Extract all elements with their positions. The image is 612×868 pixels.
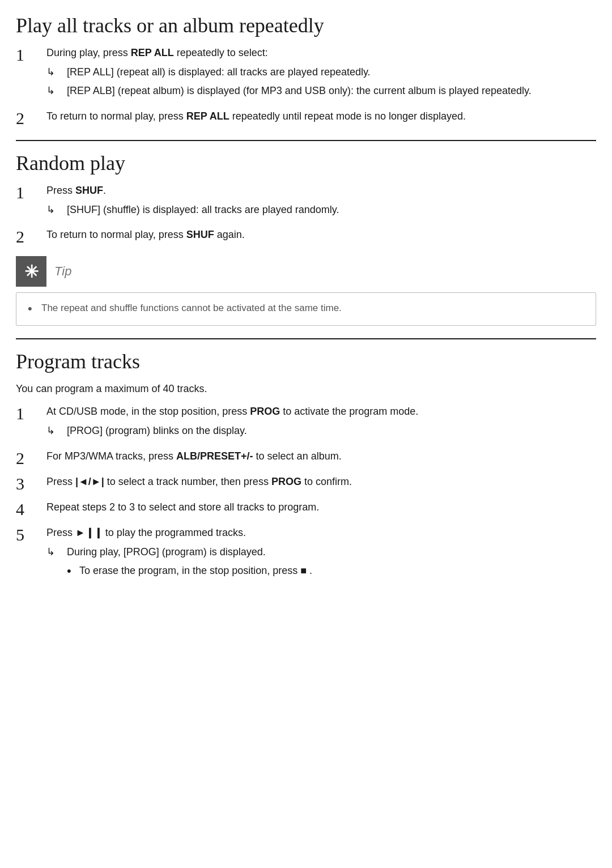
star-icon: ✳ <box>24 262 39 282</box>
step-text-after: repeatedly until repeat mode is no longe… <box>230 110 466 122</box>
step-text-middle: to select a track number, then press <box>104 476 271 487</box>
step-text-before: Press <box>46 185 75 196</box>
step-text-bold: SHUF <box>75 185 103 196</box>
arrow-list: ↳ [SHUF] (shuffle) is displayed: all tra… <box>46 202 596 218</box>
section-program-tracks: Program tracks You can program a maximum… <box>16 350 596 579</box>
step-number: 4 <box>16 500 46 518</box>
step-text-before: For MP3/WMA tracks, press <box>46 450 176 462</box>
arrow-text: [SHUF] (shuffle) is displayed: all track… <box>67 202 596 218</box>
step-content: Press |◄/►| to select a track number, th… <box>46 474 596 490</box>
tip-label: Tip <box>54 264 71 279</box>
step-text-bold: ALB/PRESET+/- <box>176 450 253 462</box>
list-item: ↳ [REP ALL] (repeat all) is displayed: a… <box>46 65 596 80</box>
section2-title: Random play <box>16 151 596 175</box>
arrow-text: [REP ALB] (repeat album) is displayed (f… <box>67 83 596 99</box>
section3-steps: 1 At CD/USB mode, in the stop position, … <box>16 404 596 579</box>
step-text-bold: PROG <box>250 406 280 417</box>
step-content: To return to normal play, press REP ALL … <box>46 109 596 125</box>
step-number: 2 <box>16 449 46 467</box>
step-text-before: Press <box>46 527 75 538</box>
arrow-text: [REP ALL] (repeat all) is displayed: all… <box>67 65 596 80</box>
arrow-text: [PROG] (program) blinks on the display. <box>67 423 596 439</box>
step-text-bold2: PROG <box>271 476 301 487</box>
bullet-symbol: • <box>67 563 79 580</box>
step-text-after: again. <box>214 229 245 240</box>
step-content: Press SHUF. ↳ [SHUF] (shuffle) is displa… <box>46 183 596 221</box>
list-item: 3 Press |◄/►| to select a track number, … <box>16 474 596 493</box>
section3-subtitle: You can program a maximum of 40 tracks. <box>16 381 596 397</box>
step-content: Press ►❙❙ to play the programmed tracks.… <box>46 525 596 579</box>
list-item: • The repeat and shuffle functions canno… <box>28 301 584 317</box>
step-text-before: To return to normal play, press <box>46 229 186 240</box>
list-item: ↳ [REP ALB] (repeat album) is displayed … <box>46 83 596 99</box>
arrow-list: ↳ [REP ALL] (repeat all) is displayed: a… <box>46 65 596 99</box>
step-text-before: Press <box>46 476 75 487</box>
note-bullet-list: • To erase the program, in the stop posi… <box>67 563 596 580</box>
step-text-bold: REP ALL <box>131 47 174 58</box>
list-item: 1 Press SHUF. ↳ [SHUF] (shuffle) is disp… <box>16 183 596 221</box>
list-item: 1 During play, press REP ALL repeatedly … <box>16 45 596 102</box>
arrow-symbol: ↳ <box>46 202 67 218</box>
step-content: For MP3/WMA tracks, press ALB/PRESET+/- … <box>46 449 596 465</box>
arrow-symbol: ↳ <box>46 83 67 99</box>
step-number: 1 <box>16 183 46 202</box>
arrow-symbol: ↳ <box>46 65 67 80</box>
step-number: 3 <box>16 474 46 493</box>
list-item: 2 To return to normal play, press REP AL… <box>16 109 596 127</box>
section2-steps: 1 Press SHUF. ↳ [SHUF] (shuffle) is disp… <box>16 183 596 246</box>
list-item: 2 For MP3/WMA tracks, press ALB/PRESET+/… <box>16 449 596 467</box>
step-text-after: to play the programmed tracks. <box>103 527 246 538</box>
tip-content-box: • The repeat and shuffle functions canno… <box>16 292 596 326</box>
step-text-bold: |◄/►| <box>75 476 104 487</box>
step-number: 1 <box>16 45 46 64</box>
step-text-before: During play, press <box>46 47 131 58</box>
arrow-list: ↳ During play, [PROG] (program) is displ… <box>46 544 596 560</box>
list-item: ↳ During play, [PROG] (program) is displ… <box>46 544 596 560</box>
step-text-bold: ►❙❙ <box>75 527 103 538</box>
step-text-after: . <box>103 185 106 196</box>
step-content: Repeat steps 2 to 3 to select and store … <box>46 500 596 516</box>
arrow-symbol: ↳ <box>46 423 67 439</box>
list-item: • To erase the program, in the stop posi… <box>67 563 596 580</box>
list-item: 4 Repeat steps 2 to 3 to select and stor… <box>16 500 596 518</box>
section-repeat-play: Play all tracks or an album repeatedly 1… <box>16 14 596 127</box>
step-content: To return to normal play, press SHUF aga… <box>46 227 596 243</box>
list-item: 5 Press ►❙❙ to play the programmed track… <box>16 525 596 579</box>
step-text-after: repeatedly to select: <box>174 47 268 58</box>
step-text-after: to select an album. <box>253 450 342 462</box>
step-text-before: At CD/USB mode, in the stop position, pr… <box>46 406 250 417</box>
step-text-after: to activate the program mode. <box>280 406 418 417</box>
step-text-before: To return to normal play, press <box>46 110 186 122</box>
tip-header: ✳ Tip <box>16 256 596 287</box>
step-number: 5 <box>16 525 46 544</box>
bullet-symbol: • <box>28 301 41 317</box>
note-text: To erase the program, in the stop positi… <box>79 563 312 579</box>
section1-title: Play all tracks or an album repeatedly <box>16 14 596 37</box>
step-text-bold: REP ALL <box>186 110 230 122</box>
step-text-bold: SHUF <box>186 229 214 240</box>
list-item: ↳ [PROG] (program) blinks on the display… <box>46 423 596 439</box>
arrow-text: During play, [PROG] (program) is display… <box>67 544 596 560</box>
list-item: ↳ [SHUF] (shuffle) is displayed: all tra… <box>46 202 596 218</box>
step-number: 1 <box>16 404 46 423</box>
step-content: At CD/USB mode, in the stop position, pr… <box>46 404 596 442</box>
arrow-list: ↳ [PROG] (program) blinks on the display… <box>46 423 596 439</box>
section-divider <box>16 140 596 141</box>
section-divider <box>16 338 596 339</box>
step-number: 2 <box>16 227 46 246</box>
tip-bullets: • The repeat and shuffle functions canno… <box>28 301 584 317</box>
list-item: 2 To return to normal play, press SHUF a… <box>16 227 596 246</box>
arrow-symbol: ↳ <box>46 544 67 560</box>
step-content: During play, press REP ALL repeatedly to… <box>46 45 596 102</box>
section-random-play: Random play 1 Press SHUF. ↳ [SHUF] (shuf… <box>16 151 596 326</box>
tip-text: The repeat and shuffle functions cannot … <box>41 301 342 316</box>
list-item: 1 At CD/USB mode, in the stop position, … <box>16 404 596 442</box>
step-number: 2 <box>16 109 46 127</box>
step-text-after: to confirm. <box>301 476 352 487</box>
tip-icon: ✳ <box>16 256 46 287</box>
section3-title: Program tracks <box>16 350 596 373</box>
section1-steps: 1 During play, press REP ALL repeatedly … <box>16 45 596 127</box>
